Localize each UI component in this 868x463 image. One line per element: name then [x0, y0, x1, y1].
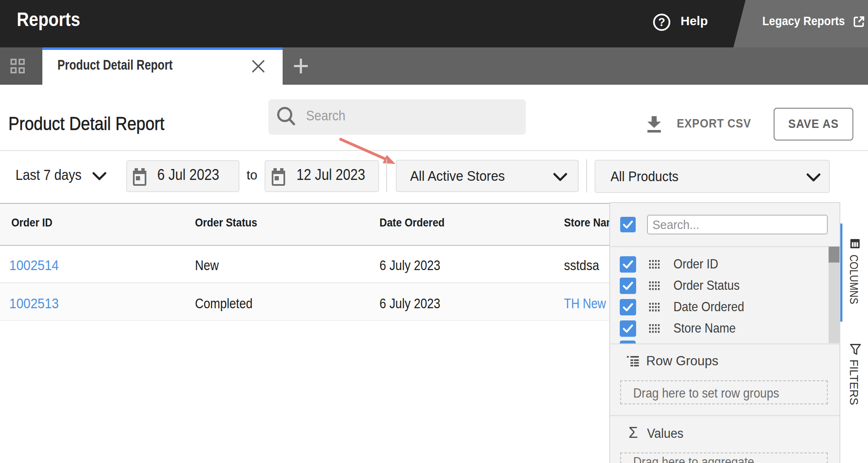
svg-text:?: ? [658, 16, 665, 29]
